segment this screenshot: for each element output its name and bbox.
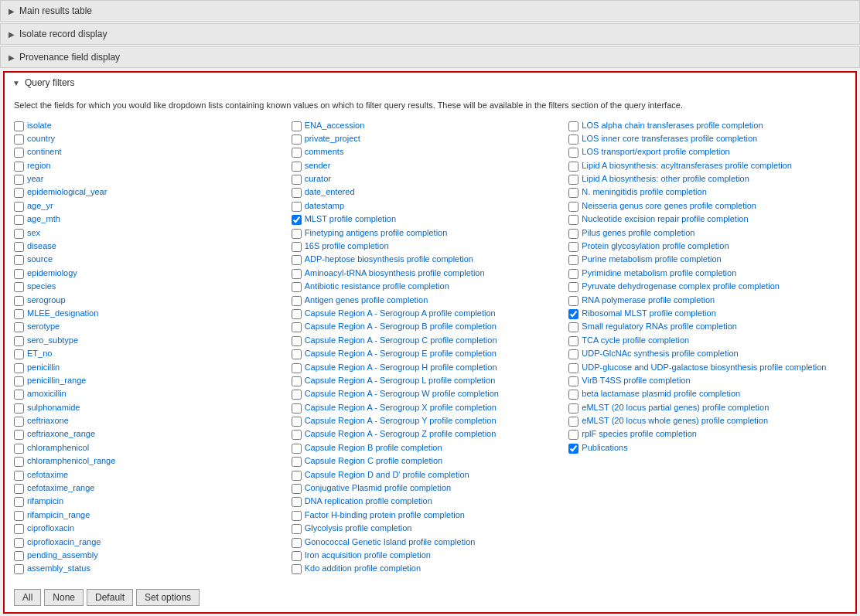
main-results-table-header[interactable]: ▶ Main results table bbox=[1, 1, 859, 21]
checkbox-UDP_GlcNAc[interactable] bbox=[568, 349, 578, 359]
checkbox-label-Antigen_genes[interactable]: Antigen genes profile completion bbox=[305, 294, 428, 306]
checkbox-comments[interactable] bbox=[292, 148, 302, 158]
checkbox-16S_profile[interactable] bbox=[292, 242, 302, 252]
checkbox-private_project[interactable] bbox=[292, 134, 302, 145]
checkbox-MLEE_designation[interactable] bbox=[14, 309, 24, 319]
checkbox-Capsule_A_SeroC[interactable] bbox=[292, 336, 302, 346]
checkbox-label-Glycolysis[interactable]: Glycolysis profile completion bbox=[305, 522, 412, 534]
checkbox-ET_no[interactable] bbox=[14, 349, 24, 359]
checkbox-cefotaxime[interactable] bbox=[14, 471, 24, 481]
checkbox-label-Capsule_A_SeroX[interactable]: Capsule Region A - Serogroup X profile c… bbox=[305, 402, 497, 414]
checkbox-epidemiology[interactable] bbox=[14, 269, 24, 279]
checkbox-label-TCA_cycle[interactable]: TCA cycle profile completion bbox=[582, 335, 689, 346]
checkbox-label-Gonococcal_Genetic[interactable]: Gonococcal Genetic Island profile comple… bbox=[305, 536, 476, 548]
checkbox-label-Capsule_A_SeroH[interactable]: Capsule Region A - Serogroup H profile c… bbox=[305, 362, 497, 373]
checkbox-label-ceftriaxone[interactable]: ceftriaxone bbox=[27, 415, 69, 427]
checkbox-chloramphenicol[interactable] bbox=[14, 444, 24, 454]
checkbox-pending_assembly[interactable] bbox=[14, 551, 24, 561]
checkbox-label-ceftriaxone_range[interactable]: ceftriaxone_range bbox=[27, 428, 95, 440]
checkbox-label-Capsule_B[interactable]: Capsule Region B profile completion bbox=[305, 442, 442, 454]
checkbox-label-DNA_replication[interactable]: DNA replication profile completion bbox=[305, 495, 432, 507]
checkbox-serogroup[interactable] bbox=[14, 296, 24, 306]
checkbox-age_mth[interactable] bbox=[14, 215, 24, 225]
checkbox-Capsule_A_SeroE[interactable] bbox=[292, 349, 302, 359]
isolate-record-header[interactable]: ▶ Isolate record display bbox=[1, 24, 859, 44]
checkbox-Pyruvate_dehydrogenase[interactable] bbox=[568, 282, 578, 292]
checkbox-label-RNA_polymerase[interactable]: RNA polymerase profile completion bbox=[582, 294, 715, 306]
checkbox-serotype[interactable] bbox=[14, 322, 24, 332]
checkbox-eMLST_whole[interactable] bbox=[568, 417, 578, 427]
checkbox-label-Capsule_A_SeroE[interactable]: Capsule Region A - Serogroup E profile c… bbox=[305, 348, 497, 359]
checkbox-label-penicillin_range[interactable]: penicillin_range bbox=[27, 375, 86, 386]
checkbox-label-age_mth[interactable]: age_mth bbox=[27, 213, 60, 225]
checkbox-label-ADP_heptose[interactable]: ADP-heptose biosynthesis profile complet… bbox=[305, 254, 473, 265]
checkbox-MLST_profile_completion[interactable] bbox=[292, 215, 302, 225]
checkbox-label-species[interactable]: species bbox=[27, 281, 56, 292]
checkbox-Antigen_genes[interactable] bbox=[292, 296, 302, 306]
checkbox-label-VirB_T4SS[interactable]: VirB T4SS profile completion bbox=[582, 375, 690, 386]
checkbox-cefotaxime_range[interactable] bbox=[14, 484, 24, 494]
checkbox-Lipid_A_acyl[interactable] bbox=[568, 162, 578, 172]
checkbox-Capsule_A_SeroW[interactable] bbox=[292, 390, 302, 400]
checkbox-Glycolysis[interactable] bbox=[292, 524, 302, 534]
checkbox-ADP_heptose[interactable] bbox=[292, 255, 302, 265]
checkbox-label-Iron_acquisition[interactable]: Iron acquisition profile completion bbox=[305, 550, 431, 561]
checkbox-sero_subtype[interactable] bbox=[14, 336, 24, 346]
checkbox-curator[interactable] bbox=[292, 175, 302, 185]
checkbox-label-sex[interactable]: sex bbox=[27, 227, 40, 239]
checkbox-Conjugative_Plasmid[interactable] bbox=[292, 484, 302, 494]
checkbox-Gonococcal_Genetic[interactable] bbox=[292, 538, 302, 548]
checkbox-label-curator[interactable]: curator bbox=[305, 173, 331, 185]
checkbox-N_meningitidis[interactable] bbox=[568, 188, 578, 198]
checkbox-label-epidemiological_year[interactable]: epidemiological_year bbox=[27, 186, 107, 198]
checkbox-label-Antibiotic_resistance[interactable]: Antibiotic resistance profile completion bbox=[305, 281, 449, 292]
checkbox-Factor_H[interactable] bbox=[292, 511, 302, 521]
checkbox-LOS_transport[interactable] bbox=[568, 148, 578, 158]
checkbox-label-UDP_glucose[interactable]: UDP-glucose and UDP-galactose biosynthes… bbox=[582, 362, 826, 373]
checkbox-label-UDP_GlcNAc[interactable]: UDP-GlcNAc synthesis profile completion bbox=[582, 348, 738, 359]
checkbox-label-datestamp[interactable]: datestamp bbox=[305, 200, 344, 212]
checkbox-Pilus_genes[interactable] bbox=[568, 229, 578, 239]
checkbox-label-Pyrimidine_metabolism[interactable]: Pyrimidine metabolism profile completion bbox=[582, 267, 736, 279]
checkbox-rifampicin_range[interactable] bbox=[14, 511, 24, 521]
checkbox-date_entered[interactable] bbox=[292, 188, 302, 198]
checkbox-label-private_project[interactable]: private_project bbox=[305, 133, 360, 145]
checkbox-Neisseria_genus[interactable] bbox=[568, 202, 578, 212]
checkbox-Capsule_A_SeroL[interactable] bbox=[292, 376, 302, 386]
checkbox-label-source[interactable]: source bbox=[27, 254, 53, 265]
checkbox-label-Kdo_addition[interactable]: Kdo addition profile completion bbox=[305, 563, 421, 574]
checkbox-Capsule_D[interactable] bbox=[292, 471, 302, 481]
checkbox-label-Capsule_A_SeroA[interactable]: Capsule Region A - Serogroup A profile c… bbox=[305, 308, 496, 319]
checkbox-Pyrimidine_metabolism[interactable] bbox=[568, 269, 578, 279]
checkbox-label-date_entered[interactable]: date_entered bbox=[305, 186, 355, 198]
checkbox-country[interactable] bbox=[14, 134, 24, 145]
checkbox-Small_regulatory[interactable] bbox=[568, 322, 578, 332]
checkbox-label-rifampicin[interactable]: rifampicin bbox=[27, 495, 63, 507]
checkbox-label-Capsule_A_SeroZ[interactable]: Capsule Region A - Serogroup Z profile c… bbox=[305, 428, 497, 440]
checkbox-UDP_glucose[interactable] bbox=[568, 363, 578, 373]
checkbox-label-pending_assembly[interactable]: pending_assembly bbox=[27, 550, 98, 561]
default-button[interactable]: Default bbox=[87, 589, 133, 606]
checkbox-ceftriaxone[interactable] bbox=[14, 417, 24, 427]
checkbox-label-Pilus_genes[interactable]: Pilus genes profile completion bbox=[582, 227, 694, 239]
checkbox-Kdo_addition[interactable] bbox=[292, 564, 302, 574]
checkbox-Antibiotic_resistance[interactable] bbox=[292, 282, 302, 292]
checkbox-label-Publications[interactable]: Publications bbox=[582, 442, 627, 454]
checkbox-label-isolate[interactable]: isolate bbox=[27, 120, 52, 131]
checkbox-label-Conjugative_Plasmid[interactable]: Conjugative Plasmid profile completion bbox=[305, 482, 452, 494]
checkbox-label-region[interactable]: region bbox=[27, 160, 51, 172]
checkbox-Purine_metabolism[interactable] bbox=[568, 255, 578, 265]
checkbox-label-Capsule_A_SeroY[interactable]: Capsule Region A - Serogroup Y profile c… bbox=[305, 415, 497, 427]
checkbox-label-Lipid_A_other[interactable]: Lipid A biosynthesis: other profile comp… bbox=[582, 173, 749, 185]
checkbox-label-chloramphenicol[interactable]: chloramphenicol bbox=[27, 442, 89, 454]
checkbox-RNA_polymerase[interactable] bbox=[568, 296, 578, 306]
checkbox-Capsule_A_SeroY[interactable] bbox=[292, 417, 302, 427]
checkbox-ceftriaxone_range[interactable] bbox=[14, 430, 24, 440]
checkbox-label-Protein_glycosylation[interactable]: Protein glycosylation profile completion bbox=[582, 240, 729, 252]
checkbox-LOS_inner[interactable] bbox=[568, 134, 578, 145]
checkbox-Capsule_A_SeroZ[interactable] bbox=[292, 430, 302, 440]
checkbox-label-ciprofloxacin_range[interactable]: ciprofloxacin_range bbox=[27, 536, 101, 548]
checkbox-epidemiological_year[interactable] bbox=[14, 188, 24, 198]
checkbox-label-N_meningitidis[interactable]: N. meningitidis profile completion bbox=[582, 186, 706, 198]
checkbox-label-continent[interactable]: continent bbox=[27, 146, 62, 158]
